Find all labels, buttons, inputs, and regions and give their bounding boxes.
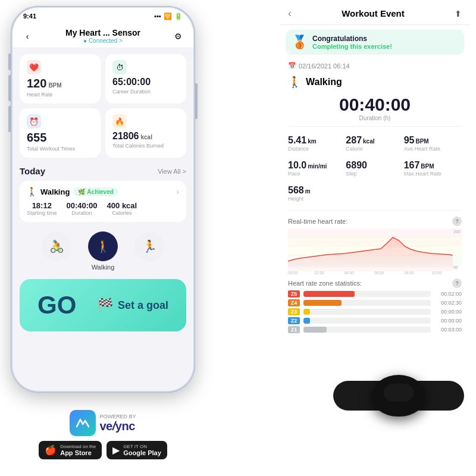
- zone-z1-time: 00:03:00: [434, 327, 462, 333]
- zone-z2-label: Z2: [288, 317, 300, 324]
- running-icon[interactable]: 🏃: [134, 231, 164, 261]
- calories-value: 21806: [112, 131, 139, 142]
- wp-stat-distance: 5.41 km Distance: [288, 133, 346, 154]
- walking-icon-btn[interactable]: 🚶: [88, 231, 118, 261]
- app-store-badges: 🍎 Download on the App Store ▶ GET IT ON …: [39, 441, 167, 459]
- workout-duration-section: 00:40:00 Duration (h): [280, 90, 470, 124]
- heart-rate-label: Heart Rate: [27, 92, 93, 98]
- svg-text:02:00: 02:00: [314, 271, 324, 275]
- app-store-label: App Store: [60, 449, 96, 456]
- hrm-pod-detail: [384, 384, 414, 402]
- zone-z2-bar-wrap: [303, 318, 431, 324]
- check-icon: 🌿: [78, 189, 85, 195]
- go-text: GO: [37, 291, 76, 320]
- congrats-bar: 🥉 Congratulations Completing this exerci…: [286, 30, 464, 55]
- heart-rate-value: 120: [27, 77, 46, 90]
- back-button[interactable]: ‹: [21, 30, 34, 43]
- app-store-badge[interactable]: 🍎 Download on the App Store: [39, 441, 102, 459]
- zone-help-icon[interactable]: ?: [452, 278, 462, 288]
- nav-title: My Heart ... Sensor: [65, 28, 140, 37]
- walking-label: Walking: [92, 264, 115, 271]
- stat-card-heart-rate: ❤️ 120 BPM Heart Rate: [20, 54, 101, 104]
- flag-icon: 🏁: [97, 298, 113, 313]
- status-time: 9:41: [23, 12, 36, 20]
- zone-z3-label: Z3: [288, 308, 300, 315]
- svg-text:200: 200: [453, 230, 461, 234]
- chevron-right-icon[interactable]: ›: [176, 187, 179, 196]
- workout-panel: ‹ Workout Event ⬆ 🥉 Congratulations Comp…: [280, 0, 470, 381]
- go-start-button[interactable]: GO 🏁 Set a goal: [20, 279, 186, 331]
- heart-rate-icon: ❤️: [27, 60, 41, 74]
- running-activity[interactable]: 🏃: [134, 231, 164, 271]
- activity-name: Walking: [40, 187, 70, 196]
- view-all-button[interactable]: View All >: [158, 168, 186, 175]
- congrats-title: Congratulations: [312, 35, 392, 43]
- svg-text:06:00: 06:00: [374, 271, 384, 275]
- cycling-icon[interactable]: 🚴: [42, 231, 71, 261]
- zone-stats-section: Heart rate zone statistics: ? Z5 00:02:0…: [280, 276, 470, 333]
- zone-z1-bar-wrap: [303, 327, 431, 333]
- zone-z4-label: Z4: [288, 299, 300, 306]
- wp-stat-max-hr: 167 BPM Max.Heart Rate: [404, 158, 462, 179]
- zone-z2-time: 00:00:00: [434, 318, 462, 324]
- zone-z5-bar-wrap: [303, 291, 431, 297]
- zone-z4-bar: [303, 300, 342, 306]
- zone-z3-row: Z3 00:00:00: [288, 308, 462, 315]
- hrm-device: [333, 351, 464, 458]
- svg-rect-0: [288, 228, 462, 237]
- career-duration-value: 65:00:00: [112, 77, 179, 87]
- apple-icon: 🍎: [45, 444, 57, 456]
- zone-z4-bar-wrap: [303, 300, 431, 306]
- nav-bar: ‹ My Heart ... Sensor ● Connected > ⚙: [12, 24, 193, 48]
- start-time-value: 18:12: [32, 201, 52, 210]
- side-button-power: [195, 83, 198, 119]
- chart-help-icon[interactable]: ?: [452, 217, 462, 226]
- workout-title: Workout Event: [292, 8, 455, 18]
- today-section: Today View All > 🚶 Walking 🌿 Achieved: [12, 161, 193, 224]
- workout-duration-value: 00:40:00: [280, 95, 470, 115]
- zone-z5-time: 00:02:00: [434, 291, 462, 297]
- divider-1: [288, 126, 462, 127]
- calories-icon: 🔥: [112, 114, 127, 129]
- stat-card-workout-times: ⏰ 655 Total Workout Times: [20, 108, 101, 158]
- google-play-label: Google Play: [123, 449, 161, 456]
- wp-stat-calorie: 287 kcal Calorie: [346, 133, 403, 154]
- zone-title: Heart rate zone statistics:: [288, 280, 362, 287]
- workout-times-icon: ⏰: [27, 114, 41, 129]
- signal-icon: ▪▪▪: [154, 12, 161, 20]
- zone-z5-bar: [303, 291, 355, 297]
- side-button-vol-up: [8, 75, 11, 101]
- activity-card: 🚶 Walking 🌿 Achieved › 18:12 Start: [20, 181, 186, 222]
- wp-stat-height: 568 m Height: [288, 183, 346, 204]
- stats-grid: ❤️ 120 BPM Heart Rate ⏱ 65:00:00 Career …: [12, 48, 193, 161]
- settings-icon[interactable]: ⚙: [172, 30, 185, 43]
- zone-z2-bar: [303, 318, 310, 324]
- walking-icon: 🚶: [27, 187, 37, 196]
- zone-z3-bar-wrap: [303, 309, 431, 315]
- phone-device: 9:41 ▪▪▪ 🛜 🔋 ‹ My Heart ... Sensor ● Con…: [11, 6, 195, 393]
- workout-times-value: 655: [27, 131, 93, 145]
- zone-z1-bar: [303, 327, 327, 333]
- cycling-activity[interactable]: 🚴: [42, 231, 71, 271]
- stat-card-calories: 🔥 21806 kcal Total Calories Burned: [105, 108, 186, 158]
- google-play-badge[interactable]: ▶ GET IT ON Google Play: [107, 441, 167, 459]
- workout-duration-label: Duration (h): [280, 115, 470, 121]
- start-time-label: Starting time: [27, 210, 57, 216]
- vesync-logo: [70, 410, 96, 436]
- wp-stat-pace: 10.0 min/mi Pace: [288, 158, 346, 179]
- workout-stats-grid: 5.41 km Distance 287 kcal Calorie 95 BPM…: [280, 129, 470, 208]
- svg-rect-1: [288, 237, 462, 246]
- calendar-icon: 📅: [288, 62, 296, 70]
- zone-z5-row: Z5 00:02:00: [288, 290, 462, 298]
- workout-header: ‹ Workout Event ⬆: [280, 0, 470, 25]
- zone-z2-row: Z2 00:00:00: [288, 317, 462, 324]
- download-on-label: Download on the: [60, 444, 96, 449]
- career-duration-label: Career Duration: [112, 89, 179, 95]
- zone-z4-row: Z4 00:02:30: [288, 299, 462, 306]
- zone-z1-row: Z1 00:03:00: [288, 326, 462, 333]
- svg-text:08:00: 08:00: [404, 271, 414, 275]
- svg-text:10:00: 10:00: [432, 271, 442, 275]
- walking-activity[interactable]: 🚶 Walking: [88, 231, 118, 271]
- share-icon[interactable]: ⬆: [455, 9, 462, 18]
- google-play-icon: ▶: [112, 444, 120, 456]
